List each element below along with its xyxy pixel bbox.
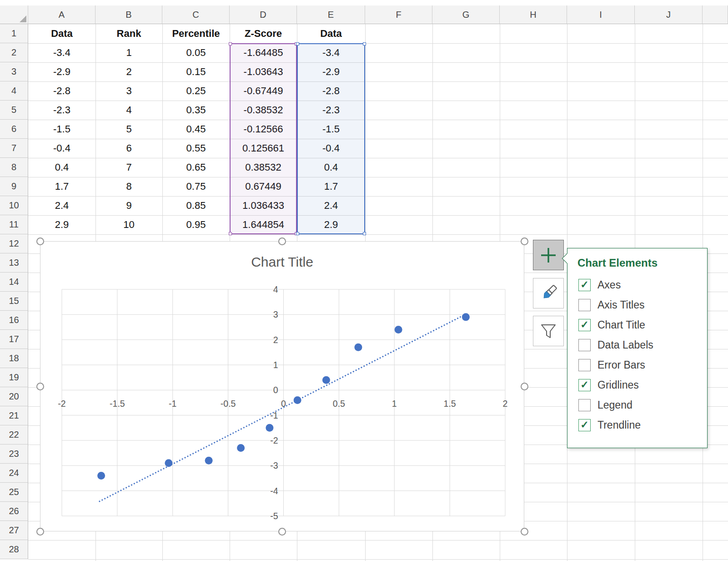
chart-element-item-error-bars[interactable]: Error Bars [567,355,707,375]
chart-title[interactable]: Chart Title [40,254,524,270]
data-point[interactable] [354,344,362,351]
row-header-5[interactable]: 5 [0,101,28,120]
row-header-6[interactable]: 6 [0,120,28,139]
column-header-I[interactable]: I [567,5,635,24]
row-header-22[interactable]: 22 [0,425,28,445]
cell-C8[interactable]: 0.65 [162,158,230,177]
range-handle[interactable] [296,42,299,45]
cell-A3[interactable]: -2.9 [28,62,95,81]
chart-resize-handle[interactable] [278,238,286,245]
chart-element-item-legend[interactable]: Legend [567,395,707,415]
cell-B2[interactable]: 1 [95,43,162,62]
range-handle[interactable] [296,232,299,235]
cell-A9[interactable]: 1.7 [28,177,95,196]
range-handle[interactable] [363,232,366,235]
trendline-checkbox[interactable]: ✓ [578,419,591,431]
cell-B1[interactable]: Rank [95,24,162,43]
chart-resize-handle[interactable] [521,528,528,536]
cell-A4[interactable]: -2.8 [28,81,95,101]
row-header-11[interactable]: 11 [0,215,28,234]
cell-B8[interactable]: 7 [95,158,162,177]
cell-E1[interactable]: Data [297,24,365,43]
cell-B4[interactable]: 3 [95,81,162,101]
cell-C4[interactable]: 0.25 [162,81,230,101]
select-all-corner[interactable] [0,5,28,24]
cell-C5[interactable]: 0.35 [162,101,230,120]
range-handle[interactable] [229,42,232,45]
cell-B6[interactable]: 5 [95,120,162,139]
row-header-19[interactable]: 19 [0,368,28,387]
cell-B11[interactable]: 10 [95,215,162,234]
row-header-14[interactable]: 14 [0,273,28,292]
data-point[interactable] [322,376,330,384]
chart-object[interactable]: -2-1.5-1-0.500.511.5243210-1-2-3-4-5 Cha… [40,241,524,531]
data-point[interactable] [237,444,245,452]
gridlines-checkbox[interactable]: ✓ [578,379,591,391]
chart-resize-handle[interactable] [36,238,44,245]
column-header-B[interactable]: B [95,5,162,24]
cell-C3[interactable]: 0.15 [162,62,230,81]
row-header-12[interactable]: 12 [0,234,28,253]
row-header-10[interactable]: 10 [0,196,28,215]
chart-filters-button[interactable] [533,316,564,346]
cell-C10[interactable]: 0.85 [162,196,230,215]
data-point[interactable] [205,457,213,465]
cell-A2[interactable]: -3.4 [28,43,95,62]
chart-elements-button[interactable] [533,240,564,270]
column-header-F[interactable]: F [365,5,432,24]
row-header-4[interactable]: 4 [0,81,28,101]
cell-A5[interactable]: -2.3 [28,101,95,120]
cell-C11[interactable]: 0.95 [162,215,230,234]
column-header-D[interactable]: D [230,5,297,24]
row-header-24[interactable]: 24 [0,464,28,483]
data-labels-checkbox[interactable] [578,339,591,351]
row-header-17[interactable]: 17 [0,330,28,349]
row-header-15[interactable]: 15 [0,292,28,311]
cell-D1[interactable]: Z-Score [230,24,297,43]
row-header-26[interactable]: 26 [0,502,28,521]
row-header-23[interactable]: 23 [0,445,28,464]
chart-element-item-gridlines[interactable]: ✓Gridlines [567,375,707,395]
cell-C2[interactable]: 0.05 [162,43,230,62]
row-header-2[interactable]: 2 [0,43,28,62]
row-header-28[interactable]: 28 [0,540,28,559]
row-header-13[interactable]: 13 [0,253,28,273]
cell-C1[interactable]: Percentile [162,24,230,43]
row-header-20[interactable]: 20 [0,387,28,406]
row-header-8[interactable]: 8 [0,158,28,177]
column-header-J[interactable]: J [635,5,703,24]
cell-B5[interactable]: 4 [95,101,162,120]
chart-title-checkbox[interactable]: ✓ [578,319,591,331]
cell-A6[interactable]: -1.5 [28,120,95,139]
cell-B9[interactable]: 8 [95,177,162,196]
row-header-9[interactable]: 9 [0,177,28,196]
chart-element-item-axis-titles[interactable]: Axis Titles [567,295,707,315]
chart-element-item-data-labels[interactable]: Data Labels [567,335,707,355]
chart-resize-handle[interactable] [278,528,286,536]
chart-resize-handle[interactable] [521,238,528,245]
column-header-H[interactable]: H [500,5,567,24]
cell-A7[interactable]: -0.4 [28,139,95,158]
error-bars-checkbox[interactable] [578,359,591,371]
chart-element-item-axes[interactable]: ✓Axes [567,275,707,295]
axes-checkbox[interactable]: ✓ [578,279,591,291]
row-header-7[interactable]: 7 [0,139,28,158]
column-header-E[interactable]: E [297,5,365,24]
range-handle[interactable] [229,232,232,235]
chart-resize-handle[interactable] [36,528,44,536]
cell-C6[interactable]: 0.45 [162,120,230,139]
row-header-21[interactable]: 21 [0,406,28,425]
cell-A11[interactable]: 2.9 [28,215,95,234]
row-header-16[interactable]: 16 [0,311,28,330]
range-handle[interactable] [363,42,366,45]
column-header-A[interactable]: A [28,5,95,24]
legend-checkbox[interactable] [578,399,591,411]
cell-B3[interactable]: 2 [95,62,162,81]
data-point[interactable] [97,472,105,480]
data-point[interactable] [395,326,402,334]
chart-element-item-chart-title[interactable]: ✓Chart Title [567,315,707,335]
column-header-C[interactable]: C [162,5,230,24]
row-header-3[interactable]: 3 [0,62,28,81]
row-header-25[interactable]: 25 [0,483,28,502]
cell-B7[interactable]: 6 [95,139,162,158]
